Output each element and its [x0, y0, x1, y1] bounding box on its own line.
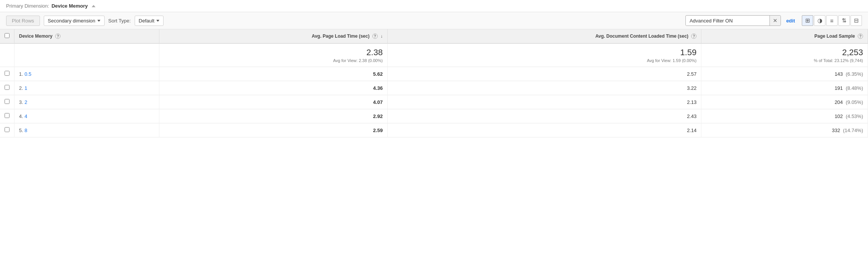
header-avg-doc-content: Avg. Document Content Loaded Time (sec) …	[388, 29, 701, 43]
dimension-link[interactable]: 4	[24, 113, 27, 119]
page-load-sample-pct: (4.53%)	[846, 113, 863, 119]
table-header-row: Device Memory ? Avg. Page Load Time (sec…	[0, 29, 868, 43]
avg-doc-content-help-icon[interactable]: ?	[691, 33, 696, 39]
page-load-sample-pct: (6.35%)	[846, 71, 863, 77]
row-checkbox-cell	[0, 123, 14, 137]
sort-default-dropdown[interactable]: Default	[135, 16, 164, 26]
row-page-load-sample: 204 (9.05%)	[701, 95, 868, 109]
row-dimension-cell: 5. 8	[14, 123, 159, 137]
row-number: 1.	[19, 71, 23, 77]
dimension-caret-icon[interactable]	[92, 5, 95, 7]
row-number: 3.	[19, 99, 23, 105]
row-checkbox-cell	[0, 81, 14, 95]
device-memory-help-icon[interactable]: ?	[55, 33, 60, 39]
page-load-sample-pct: (14.74%)	[843, 128, 863, 133]
summary-avg-doc-content-sub: Avg for View: 1.59 (0.00%)	[392, 58, 696, 63]
summary-dimension-cell	[14, 43, 159, 67]
row-checkbox-0[interactable]	[5, 71, 10, 76]
page-load-sample-value: 102	[835, 113, 843, 119]
avg-page-load-value: 2.59	[373, 128, 383, 133]
table-row: 5. 8 2.59 2.14 332 (14.74%)	[0, 123, 868, 137]
table-row: 4. 4 2.92 2.43 102 (4.53%)	[0, 109, 868, 123]
page-load-sample-pct: (8.48%)	[846, 85, 863, 91]
toolbar: Plot Rows Secondary dimension Sort Type:…	[0, 12, 868, 29]
avg-doc-content-value: 2.14	[687, 128, 696, 133]
view-pivot-icon[interactable]: ⊟	[851, 15, 862, 26]
row-number: 5.	[19, 128, 23, 133]
sort-type-label: Sort Type:	[108, 18, 131, 24]
row-dimension-cell: 1. 0.5	[14, 67, 159, 81]
view-icons-group: ⊞ ◑ ≡ ⇅ ⊟	[802, 15, 862, 26]
primary-dimension-value: Device Memory	[51, 3, 87, 9]
row-avg-doc-content: 3.22	[388, 81, 701, 95]
row-avg-doc-content: 2.57	[388, 67, 701, 81]
filter-input[interactable]	[686, 16, 769, 26]
row-checkbox-cell	[0, 95, 14, 109]
view-list-icon[interactable]: ≡	[826, 15, 838, 26]
dimension-link[interactable]: 2	[24, 99, 27, 105]
avg-doc-content-value: 2.13	[687, 99, 696, 105]
header-page-load-sample: Page Load Sample ?	[701, 29, 868, 43]
plot-rows-button[interactable]: Plot Rows	[6, 16, 40, 26]
page-load-sample-value: 204	[835, 99, 843, 105]
page-load-sample-value: 332	[832, 128, 840, 133]
summary-avg-doc-content-main: 1.59	[392, 48, 696, 57]
row-page-load-sample: 332 (14.74%)	[701, 123, 868, 137]
header-avg-page-load: Avg. Page Load Time (sec) ? ↓	[159, 29, 387, 43]
sort-default-label: Default	[139, 18, 154, 24]
view-pie-icon[interactable]: ◑	[814, 15, 825, 26]
summary-row: 2.38 Avg for View: 2.38 (0.00%) 1.59 Avg…	[0, 43, 868, 67]
row-dimension-cell: 2. 1	[14, 81, 159, 95]
row-checkbox-4[interactable]	[5, 127, 10, 132]
row-dimension-cell: 4. 4	[14, 109, 159, 123]
row-dimension-cell: 3. 2	[14, 95, 159, 109]
row-checkbox-1[interactable]	[5, 85, 10, 90]
row-avg-page-load: 2.92	[159, 109, 387, 123]
table-row: 1. 0.5 5.62 2.57 143 (6.35%)	[0, 67, 868, 81]
secondary-dimension-arrow-icon	[97, 20, 100, 22]
dimension-link[interactable]: 1	[24, 85, 27, 91]
row-avg-page-load: 4.36	[159, 81, 387, 95]
summary-page-load-sample-cell: 2,253 % of Total: 23.12% (9,744)	[701, 43, 868, 67]
summary-avg-page-load-main: 2.38	[164, 48, 383, 57]
row-avg-doc-content: 2.13	[388, 95, 701, 109]
row-page-load-sample: 191 (8.48%)	[701, 81, 868, 95]
view-table-icon[interactable]: ⊞	[802, 15, 813, 26]
row-number: 2.	[19, 85, 23, 91]
table-row: 3. 2 4.07 2.13 204 (9.05%)	[0, 95, 868, 109]
avg-page-load-value: 2.92	[373, 113, 383, 119]
summary-avg-page-load-cell: 2.38 Avg for View: 2.38 (0.00%)	[159, 43, 387, 67]
summary-page-load-sample-main: 2,253	[706, 48, 863, 57]
edit-filter-link[interactable]: edit	[786, 18, 795, 24]
filter-box: ✕	[685, 15, 781, 26]
row-checkbox-2[interactable]	[5, 99, 10, 104]
summary-avg-doc-content-cell: 1.59 Avg for View: 1.59 (0.00%)	[388, 43, 701, 67]
secondary-dimension-dropdown[interactable]: Secondary dimension	[44, 16, 105, 26]
select-all-checkbox[interactable]	[5, 33, 10, 38]
dimension-link[interactable]: 8	[24, 128, 27, 133]
row-checkbox-3[interactable]	[5, 113, 10, 118]
row-checkbox-cell	[0, 109, 14, 123]
secondary-dimension-label: Secondary dimension	[48, 18, 95, 24]
row-avg-page-load: 4.07	[159, 95, 387, 109]
primary-dimension-label: Primary Dimension:	[6, 3, 49, 9]
row-avg-page-load: 5.62	[159, 67, 387, 81]
avg-page-load-help-icon[interactable]: ?	[372, 33, 378, 39]
row-page-load-sample: 143 (6.35%)	[701, 67, 868, 81]
row-checkbox-cell	[0, 67, 14, 81]
sort-arrow-icon: ↓	[380, 33, 383, 39]
avg-page-load-value: 5.62	[373, 71, 383, 77]
header-device-memory: Device Memory ?	[14, 29, 159, 43]
header-page-load-sample-label: Page Load Sample	[814, 33, 855, 39]
avg-doc-content-value: 2.43	[687, 113, 696, 119]
row-number: 4.	[19, 113, 23, 119]
avg-doc-content-value: 2.57	[687, 71, 696, 77]
page-load-sample-help-icon[interactable]: ?	[858, 33, 863, 39]
summary-checkbox-cell	[0, 43, 14, 67]
summary-avg-page-load-sub: Avg for View: 2.38 (0.00%)	[164, 58, 383, 63]
row-avg-doc-content: 2.43	[388, 109, 701, 123]
view-comparison-icon[interactable]: ⇅	[838, 15, 850, 26]
filter-close-button[interactable]: ✕	[769, 16, 781, 26]
dimension-link[interactable]: 0.5	[24, 71, 31, 77]
row-avg-page-load: 2.59	[159, 123, 387, 137]
